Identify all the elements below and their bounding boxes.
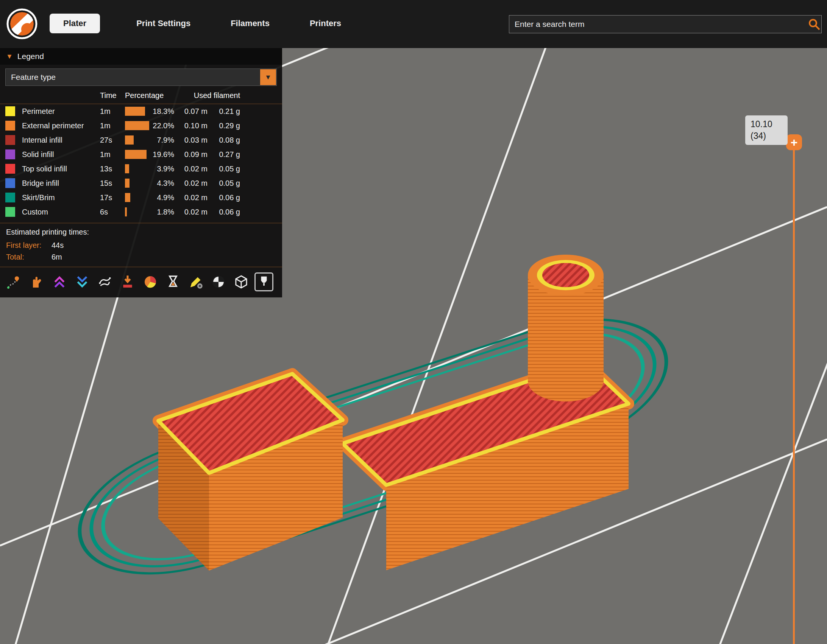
first-layer-row: First layer: 44s	[0, 238, 282, 250]
feature-percentage-cell: 4.3%	[125, 179, 174, 188]
app-logo-icon	[6, 8, 38, 40]
percentage-value: 4.9%	[157, 193, 174, 202]
feature-label: Perimeter	[22, 107, 100, 116]
feature-color-swatch	[5, 193, 15, 202]
feature-percentage-cell: 1.8%	[125, 207, 174, 216]
feature-used-weight: 0.21 g	[208, 107, 240, 116]
feature-time: 13s	[100, 165, 125, 173]
feature-used-length: 0.10 m	[174, 121, 208, 130]
legend-panel: ▼ Legend Feature type ▼ Time Percentage …	[0, 48, 282, 297]
layer-height-value: 10.10	[751, 118, 782, 130]
tool-changes-icon[interactable]	[118, 272, 137, 291]
legend-row[interactable]: Solid infill 1m 19.6% 0.09 m 0.27 g	[0, 147, 282, 162]
shells-icon[interactable]	[232, 272, 251, 291]
percentage-value: 22.0%	[153, 121, 174, 130]
tab-printers[interactable]: Printers	[306, 14, 345, 33]
layer-slider-handle[interactable]: +	[786, 134, 802, 150]
feature-percentage-cell: 7.9%	[125, 135, 174, 145]
percentage-bar	[125, 179, 130, 188]
feature-label: Solid infill	[22, 150, 100, 159]
search-icon[interactable]	[807, 17, 821, 31]
feature-used-length: 0.02 m	[174, 208, 208, 216]
search-input[interactable]	[509, 15, 822, 33]
percentage-bar	[125, 164, 129, 173]
feature-time: 1m	[100, 121, 125, 130]
feature-color-swatch	[5, 121, 15, 131]
extruder-toggle-icon[interactable]	[254, 272, 273, 291]
feature-color-swatch	[5, 207, 15, 217]
legend-collapse-icon[interactable]: ▼	[6, 53, 13, 61]
feature-used-length: 0.02 m	[174, 179, 208, 188]
pause-prints-icon[interactable]	[164, 272, 183, 291]
feature-percentage-cell: 4.9%	[125, 193, 174, 202]
tab-filaments[interactable]: Filaments	[227, 14, 273, 33]
tab-print-settings[interactable]: Print Settings	[133, 14, 194, 33]
feature-used-length: 0.02 m	[174, 193, 208, 202]
layer-tooltip: 10.10 (34)	[745, 115, 788, 145]
percentage-bar	[125, 150, 147, 159]
percentage-value: 3.9%	[157, 165, 174, 173]
custom-gcodes-icon[interactable]	[186, 272, 205, 291]
feature-used-length: 0.09 m	[174, 150, 208, 159]
feature-used-weight: 0.29 g	[208, 121, 240, 130]
percentage-bar	[125, 135, 134, 145]
percentage-value: 19.6%	[153, 150, 174, 159]
feature-used-weight: 0.06 g	[208, 193, 240, 202]
legend-table-header: Time Percentage Used filament	[0, 87, 282, 104]
feature-color-swatch	[5, 164, 15, 174]
percentage-bar	[125, 193, 130, 202]
feature-label: External perimeter	[22, 121, 100, 130]
feature-used-weight: 0.06 g	[208, 208, 240, 216]
percentage-value: 4.3%	[157, 179, 174, 188]
layer-slider[interactable]	[793, 143, 795, 644]
legend-row[interactable]: Perimeter 1m 18.3% 0.07 m 0.21 g	[0, 104, 282, 118]
feature-percentage-cell: 18.3%	[125, 107, 174, 116]
percentage-value: 7.9%	[157, 136, 174, 145]
legend-toolbar	[0, 267, 282, 294]
percentage-bar	[125, 107, 145, 116]
view-type-value: Feature type	[6, 73, 56, 82]
legend-row[interactable]: External perimeter 1m 22.0% 0.10 m 0.29 …	[0, 118, 282, 133]
feature-label: Custom	[22, 208, 100, 216]
percentage-bar	[125, 121, 149, 130]
color-changes-icon[interactable]	[141, 272, 160, 291]
center-of-gravity-icon[interactable]	[209, 272, 228, 291]
total-time-row: Total: 6m	[0, 250, 282, 261]
feature-color-swatch	[5, 106, 15, 116]
legend-row[interactable]: Custom 6s 1.8% 0.02 m 0.06 g	[0, 205, 282, 219]
legend-row[interactable]: Internal infill 27s 7.9% 0.03 m 0.08 g	[0, 133, 282, 147]
feature-used-weight: 0.05 g	[208, 179, 240, 188]
feature-time: 1m	[100, 150, 125, 159]
feature-used-weight: 0.08 g	[208, 136, 240, 145]
feature-label: Bridge infill	[22, 179, 100, 188]
feature-time: 6s	[100, 208, 125, 216]
feature-time: 27s	[100, 136, 125, 145]
tab-plater[interactable]: Plater	[50, 14, 100, 33]
feature-used-weight: 0.05 g	[208, 165, 240, 173]
legend-row[interactable]: Top solid infill 13s 3.9% 0.02 m 0.05 g	[0, 162, 282, 176]
feature-label: Internal infill	[22, 136, 100, 145]
main-tabs: Plater Print Settings Filaments Printers	[50, 14, 345, 33]
view-type-dropdown[interactable]: Feature type ▼	[5, 68, 277, 86]
first-layer-label: First layer:	[6, 241, 51, 250]
column-used-filament: Used filament	[174, 91, 240, 100]
deretractions-icon[interactable]	[73, 272, 92, 291]
retractions-icon[interactable]	[50, 272, 69, 291]
legend-row[interactable]: Bridge infill 15s 4.3% 0.02 m 0.05 g	[0, 176, 282, 190]
feature-color-swatch	[5, 178, 15, 188]
percentage-value: 1.8%	[157, 208, 174, 216]
legend-title-label: Legend	[17, 52, 44, 61]
feature-percentage-cell: 19.6%	[125, 150, 174, 159]
wipe-icon[interactable]	[27, 272, 46, 291]
top-bar: Plater Print Settings Filaments Printers	[0, 0, 827, 48]
legend-row[interactable]: Skirt/Brim 17s 4.9% 0.02 m 0.06 g	[0, 190, 282, 205]
travels-icon[interactable]	[5, 272, 23, 291]
seams-icon[interactable]	[95, 272, 114, 291]
dropdown-arrow-icon[interactable]: ▼	[260, 69, 276, 85]
feature-label: Top solid infill	[22, 165, 100, 173]
cylinder-top-infill	[542, 263, 589, 287]
layer-number-value: (34)	[751, 130, 782, 142]
app-window: 10.10 (34) + Plater Print Settings Filam…	[0, 0, 827, 644]
column-time: Time	[100, 91, 125, 100]
print-model	[158, 255, 629, 571]
